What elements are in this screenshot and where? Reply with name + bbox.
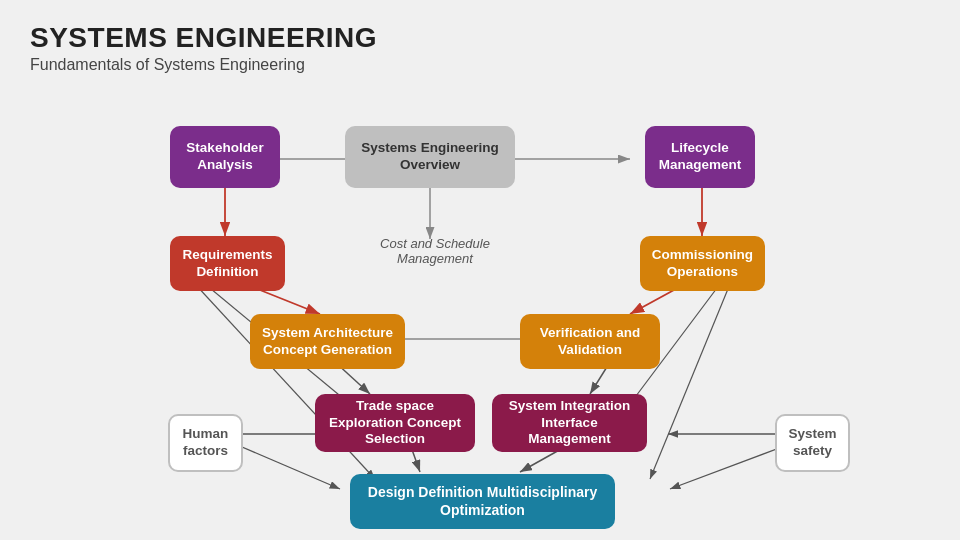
tradespace-node: Trade space Exploration Concept Selectio… (315, 394, 475, 452)
commissioning-operations-node: Commissioning Operations (640, 236, 765, 291)
human-factors-node: Human factors (168, 414, 243, 472)
se-overview-node: Systems Engineering Overview (345, 126, 515, 188)
lifecycle-management-node: Lifecycle Management (645, 126, 755, 188)
design-definition-node: Design Definition Multidisciplinary Opti… (350, 474, 615, 529)
verification-validation-node: Verification and Validation (520, 314, 660, 369)
system-architecture-node: System Architecture Concept Generation (250, 314, 405, 369)
requirements-definition-node: Requirements Definition (170, 236, 285, 291)
system-safety-node: System safety (775, 414, 850, 472)
svg-line-21 (650, 284, 730, 479)
cost-schedule-label: Cost and Schedule Management (375, 236, 495, 266)
stakeholder-analysis-node: Stakeholder Analysis (170, 126, 280, 188)
diagram-area: Stakeholder Analysis Systems Engineering… (30, 84, 930, 504)
page: SYSTEMS ENGINEERING Fundamentals of Syst… (0, 0, 960, 540)
page-title: SYSTEMS ENGINEERING (30, 22, 930, 54)
svg-line-17 (670, 444, 790, 489)
system-integration-node: System Integration Interface Management (492, 394, 647, 452)
page-subtitle: Fundamentals of Systems Engineering (30, 56, 930, 74)
